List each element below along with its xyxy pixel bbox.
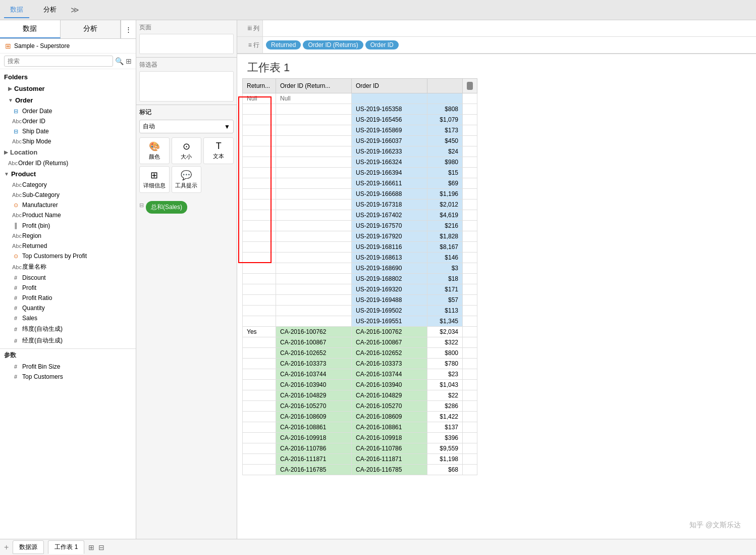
table-row: US-2019-166688 $1,196	[243, 189, 477, 199]
product-folder[interactable]: ▼ Product	[0, 168, 136, 180]
pill-returned[interactable]: Returned	[266, 40, 301, 49]
table-header-row: Return... Order ID (Return... Order ID	[243, 79, 477, 93]
field-subcategory-label: Sub-Category	[22, 191, 60, 198]
text-icon: T	[216, 141, 222, 152]
search-input[interactable]	[4, 56, 113, 67]
left-panel: 数据 分析 ⋮ ⊞ Sample - Superstore 🔍 ⊞ Folder…	[0, 20, 136, 539]
pages-label: 页面	[139, 23, 234, 32]
size-label: 大小	[181, 153, 192, 161]
table-row: CA-2016-104829 CA-2016-104829 $22	[243, 390, 477, 401]
app-container: 数据 分析 ≫ 数据 分析 ⋮ ⊞ Sample - Superstore 🔍 …	[0, 0, 756, 555]
field-order-id-returns[interactable]: Abc Order ID (Returns)	[0, 158, 136, 168]
field-quantity[interactable]: # Quantity	[0, 303, 136, 313]
expand-icon[interactable]: ≫	[71, 5, 79, 15]
grid-view-button[interactable]: ⊞	[126, 57, 132, 65]
marks-dropdown[interactable]: 自动 ▼	[139, 120, 234, 133]
date-icon: ⊟	[12, 108, 19, 115]
customer-folder[interactable]: ▶ Customer	[0, 83, 136, 94]
field-top-customers-param[interactable]: # Top Customers	[0, 372, 136, 382]
th-scroll	[463, 79, 477, 93]
marks-text-btn[interactable]: T 文本	[203, 137, 234, 164]
set-icon: ⊙	[12, 253, 19, 260]
bottom-tab-worksheet1[interactable]: 工作表 1	[48, 540, 84, 554]
measure-icon-5: #	[12, 305, 19, 311]
table-row: US-2019-166611 $69	[243, 178, 477, 189]
filters-label: 筛选器	[139, 61, 234, 69]
tab-analysis[interactable]: 分析	[37, 2, 63, 18]
bottom-icon-chart[interactable]: ⊟	[98, 543, 104, 551]
table-row: US-2019-169488 $57	[243, 295, 477, 306]
field-profit-ratio[interactable]: # Profit Ratio	[0, 293, 136, 303]
bottom-icon-add[interactable]: +	[4, 543, 9, 552]
field-top-customers[interactable]: ⊙ Top Customers by Profit	[0, 251, 136, 261]
rows-shelf: ≡ 行 Returned Order ID (Returns) Order ID	[237, 37, 756, 54]
table-row: CA-2016-109918 CA-2016-109918 $396	[243, 433, 477, 443]
marks-size-btn[interactable]: ⊙ 大小	[172, 137, 202, 164]
tab-data[interactable]: 数据	[4, 2, 29, 18]
marks-tooltip-btn[interactable]: 💬 工具提示	[172, 166, 202, 193]
string-icon-4: Abc	[12, 182, 19, 188]
search-button[interactable]: 🔍	[115, 57, 124, 65]
geo-icon: ⊙	[12, 202, 19, 209]
datasource-name[interactable]: Sample - Superstore	[14, 42, 70, 49]
field-profit[interactable]: # Profit	[0, 283, 136, 293]
field-top-customers-param-label: Top Customers	[22, 373, 63, 380]
field-order-date[interactable]: ⊟ Order Date	[0, 106, 136, 116]
field-discount[interactable]: # Discount	[0, 273, 136, 283]
location-label: Location	[10, 148, 37, 156]
bottom-tab-datasource[interactable]: 数据源	[13, 540, 44, 554]
pages-content[interactable]	[139, 34, 234, 54]
field-returned[interactable]: Abc Returned	[0, 241, 136, 251]
string-icon-3: Abc	[8, 160, 15, 166]
measure-icon-3: #	[12, 285, 19, 291]
pill-order-id[interactable]: Order ID	[365, 40, 399, 49]
marks-detail-btn[interactable]: ⊞ 详细信息	[139, 166, 170, 193]
text-label: 文本	[213, 153, 224, 160]
location-folder[interactable]: ▶ Location	[0, 146, 136, 158]
null-sales-empty	[427, 93, 463, 104]
field-lat[interactable]: # 纬度(自动生成)	[0, 323, 136, 335]
field-ship-date[interactable]: ⊟ Ship Date	[0, 126, 136, 136]
panel-options-icon[interactable]: ⋮	[121, 20, 136, 38]
field-category-label: Category	[22, 181, 47, 188]
left-panel-tabs: 数据 分析 ⋮	[0, 20, 136, 39]
field-order-id[interactable]: Abc Order ID	[0, 116, 136, 126]
string-icon-9: Abc	[12, 264, 19, 270]
field-measure-names[interactable]: Abc 度量名称	[0, 261, 136, 273]
field-category[interactable]: Abc Category	[0, 180, 136, 190]
detail-label: 详细信息	[143, 182, 166, 189]
left-tab-analysis[interactable]: 分析	[61, 20, 121, 38]
table-row: US-2019-166394 $15	[243, 168, 477, 178]
field-order-date-label: Order Date	[22, 108, 52, 115]
datasource-tab-label: 数据源	[19, 543, 37, 550]
filters-content[interactable]	[139, 71, 234, 102]
color-palette-icon: 🎨	[149, 141, 160, 152]
field-profit-bin[interactable]: ∥ Profit (bin)	[0, 220, 136, 231]
field-ship-mode[interactable]: Abc Ship Mode	[0, 136, 136, 146]
field-profit-bin-size[interactable]: # Profit Bin Size	[0, 362, 136, 372]
columns-content[interactable]	[262, 20, 756, 36]
order-folder[interactable]: ▼ Order	[0, 94, 136, 106]
field-lon[interactable]: # 经度(自动生成)	[0, 335, 136, 346]
sum-sales-pill[interactable]: 总和(Sales)	[146, 201, 187, 214]
bottom-icon-bars[interactable]: ⊞	[88, 543, 94, 551]
field-subcategory[interactable]: Abc Sub-Category	[0, 190, 136, 200]
folders-header[interactable]: Folders	[0, 71, 136, 83]
field-manufacturer[interactable]: ⊙ Manufacturer	[0, 200, 136, 210]
field-order-id-returns-label: Order ID (Returns)	[18, 160, 68, 167]
left-tab-data[interactable]: 数据	[0, 20, 61, 38]
pill-order-id-returns[interactable]: Order ID (Returns)	[303, 40, 363, 49]
field-ship-mode-label: Ship Mode	[22, 138, 51, 145]
field-product-name[interactable]: Abc Product Name	[0, 210, 136, 220]
field-sales[interactable]: # Sales	[0, 313, 136, 323]
measure-icon-7: #	[12, 326, 19, 332]
table-container[interactable]: Return... Order ID (Return... Order ID	[237, 78, 756, 539]
string-icon-7: Abc	[12, 233, 19, 239]
marks-color-btn[interactable]: 🎨 颜色	[139, 137, 170, 164]
table-row: US-2019-168690 $3	[243, 263, 477, 274]
columns-shelf: iii 列	[237, 20, 756, 37]
null-scroll-empty	[463, 93, 477, 104]
field-region[interactable]: Abc Region	[0, 231, 136, 241]
measure-icon-8: #	[12, 338, 19, 344]
rows-content: Returned Order ID (Returns) Order ID	[262, 37, 756, 53]
